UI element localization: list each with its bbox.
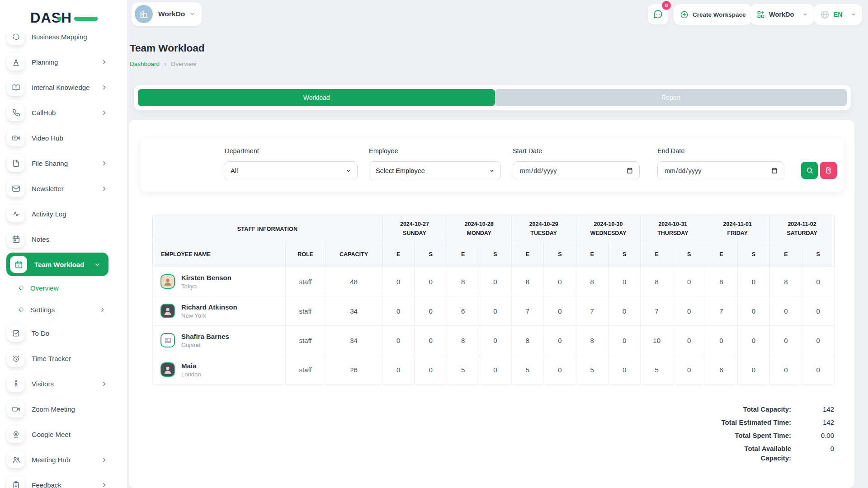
estimated-value-cell: 6 <box>705 355 737 385</box>
day-header: 2024-10-31THURSDAY <box>641 216 705 242</box>
capacity-cell: 26 <box>326 355 382 385</box>
chevron-right-icon <box>101 381 107 387</box>
employee-cell: Kirsten BensonTokyo <box>153 267 286 296</box>
start-date-input[interactable] <box>513 161 640 180</box>
tab-report[interactable]: Report <box>495 89 847 106</box>
sidebar-item-planning[interactable]: Planning <box>0 49 127 75</box>
workdo-apps-button[interactable]: WorkDo <box>750 4 814 25</box>
filter-bar: Department Employee Start Date End Date … <box>141 138 844 192</box>
sidebar-item-file-sharing[interactable]: File Sharing <box>0 150 127 176</box>
sidebar-item-video-hub[interactable]: Video Hub <box>0 125 127 150</box>
estimated-value-cell: 5 <box>576 355 608 385</box>
language-selector[interactable]: EN <box>814 4 862 25</box>
subcolumn-header-s: S <box>415 242 447 267</box>
sidebar-item-label: Google Meet <box>32 431 71 438</box>
book-icon <box>7 79 24 96</box>
sidebar-item-google-meet[interactable]: Google Meet <box>0 422 127 447</box>
employee-location: Tokyo <box>181 283 231 290</box>
sidebar-item-feedback[interactable]: Feedback <box>0 472 127 488</box>
create-workspace-button[interactable]: Create Workspace <box>674 4 752 25</box>
brand-logo[interactable]: DASH <box>30 9 72 27</box>
grid-plus-icon <box>757 10 765 19</box>
sidebar-item-notes[interactable]: Notes <box>0 226 127 252</box>
breadcrumb-dashboard-link[interactable]: Dashboard <box>130 61 160 67</box>
subcolumn-header-s: S <box>802 242 834 267</box>
chevron-down-icon <box>189 11 195 17</box>
sidebar-item-callhub[interactable]: CallHub <box>0 100 127 125</box>
chevron-right-icon <box>101 110 107 116</box>
day-header: 2024-10-30WEDNESDAY <box>576 216 641 242</box>
capacity-cell: 34 <box>326 326 382 355</box>
totals-row: Total Capacity:142 <box>722 404 834 414</box>
subcolumn-header-s: S <box>544 242 576 267</box>
estimated-value-cell: 7 <box>705 296 737 326</box>
sidebar-item-visitors[interactable]: Visitors <box>0 371 127 396</box>
sidebar-menu: Business MappingPlanningInternal Knowled… <box>0 33 127 488</box>
role-cell: staff <box>286 355 326 385</box>
estimated-value-cell: 0 <box>382 296 415 326</box>
table-row: Kirsten BensonTokyostaff4800808080808080 <box>153 267 835 296</box>
employee-select[interactable]: Select Employee <box>369 161 501 180</box>
chevron-right-icon <box>101 186 107 192</box>
end-date-input[interactable] <box>657 161 784 180</box>
check-square-icon <box>7 324 24 342</box>
sidebar-item-label: Meeting Hub <box>32 456 70 464</box>
spent-value-cell: 0 <box>544 296 576 326</box>
sidebar-item-label: Zoom Meeting <box>32 405 75 413</box>
workspace-selector[interactable]: WorkDo <box>132 2 202 26</box>
sidebar-item-label: Planning <box>32 58 58 66</box>
broken-image-icon <box>160 333 175 347</box>
estimated-value-cell: 8 <box>511 326 543 355</box>
messages-count-badge: 0 <box>662 1 671 10</box>
chevron-right-icon <box>101 160 107 166</box>
chevron-right-icon <box>101 457 107 463</box>
subcolumn-header-e: E <box>705 242 737 267</box>
spent-value-cell: 0 <box>609 355 641 385</box>
chevron-down-icon <box>802 12 808 17</box>
file-icon <box>7 155 24 172</box>
sidebar-item-team-workload[interactable]: Team Workload <box>6 253 108 276</box>
sidebar-item-newsletter[interactable]: Newsletter <box>0 176 127 201</box>
mail-icon <box>7 180 24 197</box>
sidebar-item-to-do[interactable]: To Do <box>0 320 127 346</box>
sidebar-item-meeting-hub[interactable]: Meeting Hub <box>0 447 127 472</box>
subcolumn-header-e: E <box>511 242 543 267</box>
department-select[interactable]: All <box>224 161 358 180</box>
spent-value-cell: 0 <box>544 267 576 296</box>
employee-location: New York <box>181 312 237 319</box>
day-header: 2024-10-27SUNDAY <box>382 216 447 242</box>
estimated-value-cell: 8 <box>447 326 479 355</box>
spent-value-cell: 0 <box>609 267 641 296</box>
spent-value-cell: 0 <box>415 326 447 355</box>
sidebar-menu-list: Business MappingPlanningInternal Knowled… <box>0 33 127 488</box>
spent-value-cell: 0 <box>802 326 834 355</box>
sidebar-subitem-overview[interactable]: Overview <box>0 277 127 299</box>
sidebar-item-zoom-meeting[interactable]: Zoom Meeting <box>0 396 127 422</box>
messages-button[interactable]: 0 <box>648 4 668 24</box>
chevron-right-icon <box>101 84 107 90</box>
reset-button[interactable] <box>820 162 837 179</box>
end-date-label: End Date <box>657 147 684 155</box>
app-root: DASH Business MappingPlanningInternal Kn… <box>0 0 868 488</box>
globe-icon <box>820 10 830 19</box>
sidebar-item-label: File Sharing <box>32 160 68 167</box>
sidebar-item-time-tracker[interactable]: Time Tracker <box>0 346 127 371</box>
employee-name: Kirsten Benson <box>181 273 231 282</box>
table-row: Shafira BarnesGujaratstaff34008080801000… <box>153 326 835 355</box>
sidebar-item-label: Time Tracker <box>32 355 71 362</box>
sidebar-subitem-settings[interactable]: Settings <box>0 299 127 320</box>
spent-value-cell: 0 <box>673 355 705 385</box>
sidebar-item-activity-log[interactable]: Activity Log <box>0 201 127 226</box>
estimated-value-cell: 6 <box>447 296 479 326</box>
sidebar-item-internal-knowledge[interactable]: Internal Knowledge <box>0 75 127 100</box>
tab-workload[interactable]: Workload <box>138 89 495 106</box>
sidebar-item-label: Team Workload <box>34 261 84 268</box>
chevron-right-icon <box>101 482 107 488</box>
employee-name: Shafira Barnes <box>181 332 229 341</box>
sidebar-item-business-mapping[interactable]: Business Mapping <box>0 33 127 49</box>
subcolumn-header-s: S <box>609 242 641 267</box>
spent-value-cell: 0 <box>479 267 511 296</box>
chat-icon <box>653 9 663 19</box>
subcolumn-header-e: E <box>576 242 608 267</box>
search-button[interactable] <box>801 162 818 179</box>
